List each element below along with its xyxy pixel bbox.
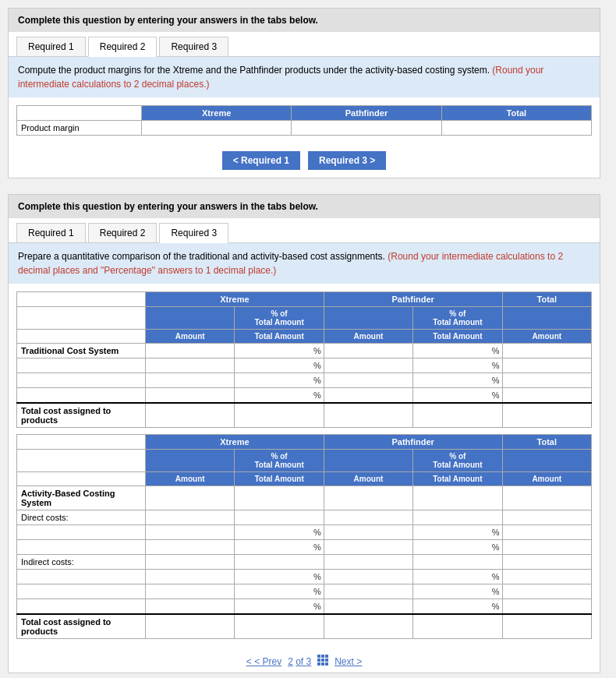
trad-path-amt-3[interactable]	[328, 376, 409, 385]
table-row	[17, 599, 592, 615]
tab2-required2[interactable]: Required 2	[88, 223, 158, 242]
abc-xtreme-direct-1[interactable]	[150, 528, 230, 537]
trad-path-amt-4[interactable]	[328, 390, 409, 400]
xtreme-input-cell[interactable]	[142, 121, 292, 136]
section1-header-text: Complete this question by entering your …	[18, 15, 318, 26]
abc-xtreme-indirect-1[interactable]	[150, 572, 230, 581]
section2-tabs: Required 1 Required 2 Required 3	[9, 218, 600, 243]
abc-grand-total[interactable]	[507, 622, 587, 631]
trad-total-amt-2[interactable]	[507, 361, 587, 370]
trad-total-amt-3[interactable]	[507, 376, 587, 385]
abc-xtreme-pct-grand[interactable]	[239, 622, 319, 631]
pathfinder-input-cell[interactable]	[292, 121, 441, 136]
trad-xtreme-amt-4[interactable]	[150, 390, 230, 400]
trad-path-pct-1[interactable]	[417, 346, 482, 355]
trad-xtreme-pct-2[interactable]	[239, 361, 303, 370]
abc-xtreme-indirect-pct-1[interactable]	[239, 572, 303, 581]
trad-path-amt-1[interactable]	[328, 346, 409, 355]
abc-total-indirect-3[interactable]	[507, 602, 587, 611]
section1-tabs: Required 1 Required 2 Required 3	[9, 32, 600, 57]
next-required3-btn[interactable]: Required 3 >	[308, 151, 386, 170]
trad-grand-total[interactable]	[507, 411, 587, 420]
abc-path-direct-1[interactable]	[328, 528, 409, 537]
trad-total-header: Total	[502, 292, 591, 307]
abc-xtreme-grand-total[interactable]	[150, 622, 230, 631]
abc-total-indirect-2[interactable]	[507, 587, 587, 596]
section2-instruction: Prepare a quantitative comparison of the…	[9, 243, 600, 284]
svg-rect-6	[317, 662, 320, 666]
svg-rect-0	[317, 655, 320, 658]
trad-xtreme-header: Xtreme	[146, 292, 324, 307]
abc-path-direct-pct-2[interactable]	[417, 542, 482, 552]
abc-total-direct-1[interactable]	[507, 528, 587, 537]
svg-rect-2	[325, 655, 328, 658]
product-margin-label: Product margin	[17, 121, 142, 136]
trad-xtreme-pct-1[interactable]	[239, 346, 303, 355]
trad-xtreme-total[interactable]	[150, 411, 230, 420]
tab-required2[interactable]: Required 2	[88, 37, 158, 57]
col-total: Total	[441, 106, 591, 121]
trad-path-pct-3[interactable]	[417, 376, 482, 385]
abc-path-indirect-3[interactable]	[328, 602, 409, 611]
abc-xtreme-indirect-3[interactable]	[150, 602, 230, 611]
pathfinder-input[interactable]	[296, 123, 437, 132]
total-input-cell[interactable]	[441, 121, 591, 136]
trad-header-row: Traditional Cost System	[17, 344, 592, 358]
tab-required3[interactable]: Required 3	[159, 37, 228, 56]
trad-path-amt-2[interactable]	[328, 361, 409, 370]
trad-xtreme-amt-3[interactable]	[150, 376, 230, 385]
next-link[interactable]: Next >	[335, 656, 362, 667]
section1-instruction: Compute the product margins for the Xtre…	[9, 57, 600, 97]
abc-total-row: Total cost assigned to products	[17, 614, 592, 639]
abc-xtreme-direct-pct-1[interactable]	[239, 528, 303, 537]
trad-path-pct-total[interactable]	[417, 411, 497, 420]
trad-path-total[interactable]	[328, 411, 409, 420]
trad-xtreme-pct-4[interactable]	[239, 390, 303, 400]
svg-rect-1	[321, 655, 324, 658]
grid-icon[interactable]	[317, 655, 328, 668]
trad-total-amt-1[interactable]	[507, 346, 587, 355]
tab2-required3[interactable]: Required 3	[159, 223, 228, 243]
trad-xtreme-pct-total[interactable]	[239, 411, 319, 420]
trad-total-amt-4[interactable]	[507, 390, 587, 400]
abc-path-grand-total[interactable]	[328, 622, 409, 631]
total-input[interactable]	[446, 123, 587, 132]
abc-xtreme-indirect-2[interactable]	[150, 587, 230, 596]
abc-xtreme-indirect-pct-2[interactable]	[239, 587, 303, 596]
abc-path-indirect-1[interactable]	[328, 572, 409, 581]
abc-total-indirect-1[interactable]	[507, 572, 587, 581]
col-pathfinder: Pathfinder	[292, 106, 441, 121]
svg-rect-7	[321, 662, 324, 666]
abc-path-indirect-pct-1[interactable]	[417, 572, 482, 581]
abc-path-indirect-pct-3[interactable]	[417, 602, 482, 611]
tab2-required1[interactable]: Required 1	[16, 223, 86, 242]
table-row	[17, 570, 592, 584]
indirect-costs-label-row: Indirect costs:	[17, 555, 592, 570]
direct-costs-label-row: Direct costs:	[17, 510, 592, 525]
svg-rect-4	[321, 659, 324, 662]
table-row	[17, 373, 592, 388]
chevron-left-icon: <	[246, 656, 252, 667]
abc-path-indirect-pct-2[interactable]	[417, 587, 482, 596]
prev-link[interactable]: < < Prev	[246, 656, 281, 667]
section1-table-section: Xtreme Pathfinder Total Product margin	[9, 97, 600, 143]
prev-required1-btn[interactable]: < Required 1	[222, 151, 300, 170]
abc-xtreme-direct-pct-2[interactable]	[239, 542, 303, 552]
trad-xtreme-amt-2[interactable]	[150, 361, 230, 370]
abc-xtreme-indirect-pct-3[interactable]	[239, 602, 303, 611]
abc-path-indirect-2[interactable]	[328, 587, 409, 596]
trad-pathfinder-header: Pathfinder	[324, 292, 502, 307]
trad-path-pct-4[interactable]	[417, 390, 482, 400]
table-row: Product margin	[17, 121, 592, 136]
section2-header-text: Complete this question by entering your …	[18, 201, 318, 212]
abc-total-direct-2[interactable]	[507, 542, 587, 552]
trad-xtreme-pct-3[interactable]	[239, 376, 303, 385]
abc-xtreme-direct-2[interactable]	[150, 542, 230, 552]
trad-path-pct-2[interactable]	[417, 361, 482, 370]
abc-path-direct-pct-1[interactable]	[417, 528, 482, 537]
abc-path-pct-grand[interactable]	[417, 622, 497, 631]
xtreme-input[interactable]	[146, 123, 287, 132]
tab-required1[interactable]: Required 1	[16, 37, 86, 56]
trad-xtreme-amt-1[interactable]	[150, 346, 230, 355]
abc-path-direct-2[interactable]	[328, 542, 409, 552]
